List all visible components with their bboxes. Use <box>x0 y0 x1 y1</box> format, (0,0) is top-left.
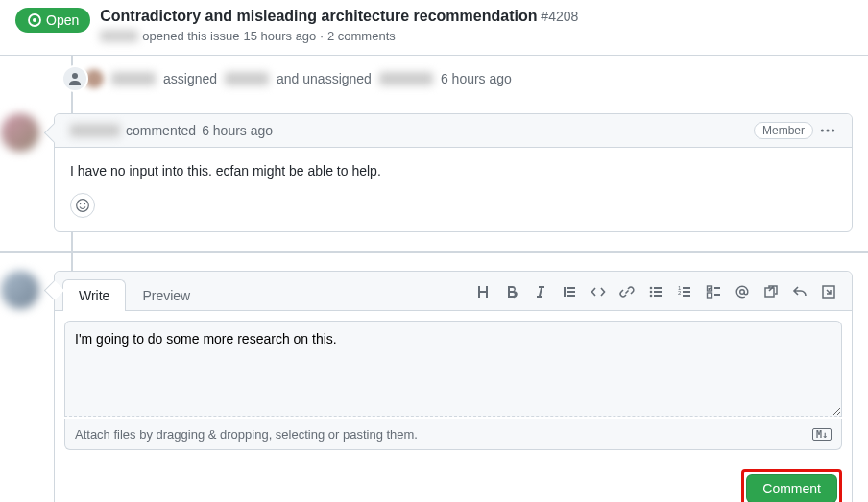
tab-preview[interactable]: Preview <box>126 279 206 311</box>
tasklist-icon[interactable] <box>704 282 723 301</box>
svg-rect-16 <box>683 287 690 289</box>
commenter-name-redacted[interactable] <box>70 124 120 137</box>
crossref-icon[interactable] <box>761 282 781 301</box>
add-reaction-button[interactable] <box>70 193 95 218</box>
issue-number: #4208 <box>541 9 578 24</box>
attach-hint-text: Attach files by dragging & dropping, sel… <box>75 427 418 442</box>
reply-icon[interactable] <box>790 282 809 301</box>
markdown-badge[interactable]: M↓ <box>812 428 832 441</box>
svg-point-2 <box>821 129 824 131</box>
assignee-1-redacted[interactable] <box>225 72 269 85</box>
assignee-2-redacted[interactable] <box>379 72 433 85</box>
current-user-avatar[interactable] <box>1 271 39 309</box>
svg-rect-11 <box>654 287 662 289</box>
code-icon[interactable] <box>589 282 608 301</box>
person-icon <box>61 65 88 92</box>
tab-write[interactable]: Write <box>62 279 126 311</box>
tutorial-highlight: Comment <box>741 469 842 502</box>
issue-header: Open Contradictory and misleading archit… <box>0 0 868 56</box>
state-label: Open <box>46 12 79 28</box>
italic-icon[interactable] <box>531 282 550 301</box>
reaction-bar <box>55 189 852 231</box>
svg-rect-18 <box>683 295 690 297</box>
svg-point-1 <box>33 18 36 22</box>
svg-point-8 <box>650 287 653 290</box>
comment-button[interactable]: Comment <box>746 474 837 502</box>
author-name-redacted[interactable] <box>100 30 138 42</box>
unassigned-word: and unassigned <box>277 71 372 86</box>
compose-tabs: Write Preview 12 <box>55 272 852 311</box>
comment-time[interactable]: 6 hours ago <box>202 123 273 138</box>
comment-action: commented <box>126 123 196 138</box>
issue-open-icon <box>27 12 42 28</box>
issue-title[interactable]: Contradictory and misleading architectur… <box>100 8 537 24</box>
svg-text:2: 2 <box>678 290 682 296</box>
comment-textarea[interactable] <box>64 321 842 417</box>
assign-event: assigned and unassigned 6 hours ago <box>54 56 853 102</box>
comment-header: commented 6 hours ago Member <box>55 114 852 148</box>
expand-icon[interactable] <box>819 282 838 301</box>
quote-icon[interactable] <box>560 282 579 301</box>
link-icon[interactable] <box>617 282 637 301</box>
svg-rect-12 <box>654 291 662 293</box>
comment-block: commented 6 hours ago Member I have no i… <box>54 113 853 232</box>
ul-icon[interactable] <box>646 282 665 301</box>
meta-time[interactable]: 15 hours ago <box>243 29 316 43</box>
svg-rect-21 <box>708 293 712 298</box>
bold-icon[interactable] <box>502 282 521 301</box>
svg-rect-13 <box>654 295 662 297</box>
member-badge: Member <box>754 122 813 139</box>
assign-time[interactable]: 6 hours ago <box>441 71 512 86</box>
state-badge: Open <box>15 8 90 33</box>
ol-icon[interactable]: 12 <box>675 282 694 301</box>
assigned-word: assigned <box>163 71 217 86</box>
mention-icon[interactable] <box>733 282 752 301</box>
svg-point-4 <box>832 129 834 131</box>
compose-actions: Comment <box>55 460 852 502</box>
meta-comments: 2 comments <box>327 29 396 43</box>
comment-body: I have no input into this. ecfan might b… <box>55 148 852 189</box>
commenter-avatar[interactable] <box>1 113 39 152</box>
svg-point-3 <box>826 129 829 131</box>
issue-title-row: Contradictory and misleading architectur… <box>100 8 853 25</box>
svg-point-10 <box>650 295 653 298</box>
svg-point-9 <box>650 291 653 294</box>
svg-point-7 <box>84 203 85 204</box>
kebab-icon[interactable] <box>819 122 836 139</box>
divider <box>0 251 868 253</box>
heading-icon[interactable] <box>473 282 493 301</box>
svg-point-5 <box>77 200 89 212</box>
svg-rect-17 <box>683 291 690 293</box>
svg-rect-20 <box>714 287 720 289</box>
svg-rect-22 <box>714 294 720 296</box>
actor-name-redacted[interactable] <box>111 72 156 85</box>
svg-point-6 <box>80 203 81 204</box>
timeline: assigned and unassigned 6 hours ago comm… <box>0 56 868 502</box>
issue-meta: opened this issue 15 hours ago · 2 comme… <box>100 29 853 43</box>
smiley-icon <box>75 198 90 213</box>
svg-rect-24 <box>765 288 774 297</box>
compose-block: Write Preview 12 <box>54 271 853 502</box>
attach-hint[interactable]: Attach files by dragging & dropping, sel… <box>64 419 842 450</box>
formatting-toolbar: 12 <box>468 282 844 307</box>
meta-action: opened this issue <box>142 29 239 43</box>
